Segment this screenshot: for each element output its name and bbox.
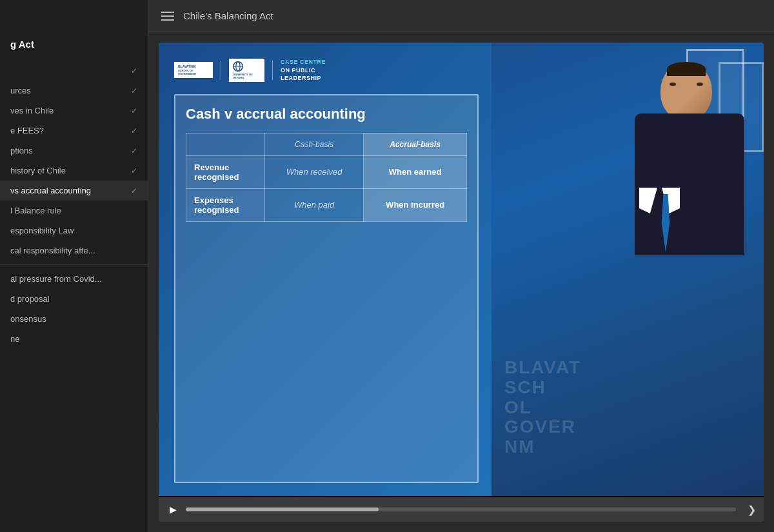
table-header-empty bbox=[186, 133, 265, 155]
sidebar: g Act ✓ urces ✓ ves in Chile ✓ e FEES? ✓… bbox=[0, 0, 148, 532]
table-cell-when-received: When received bbox=[264, 155, 364, 188]
sidebar-item-3[interactable]: ves in Chile ✓ bbox=[0, 101, 148, 121]
sidebar-item-2[interactable]: urces ✓ bbox=[0, 81, 148, 101]
table-cell-expenses-header: Expenses recognised bbox=[186, 188, 265, 221]
watermark-line2: SCH bbox=[504, 378, 581, 398]
slide-table-wrapper: Cash v accrual accounting Cash-basis Acc… bbox=[174, 94, 479, 483]
oxford-logo: UNIVERSITY OF OXFORD bbox=[229, 59, 264, 82]
sidebar-item-label: al pressure from Covid... bbox=[10, 274, 102, 284]
menu-button[interactable] bbox=[161, 12, 174, 21]
sidebar-item-7[interactable]: vs accrual accounting ✓ bbox=[0, 181, 148, 201]
sidebar-item-label: vs accrual accounting bbox=[10, 186, 91, 195]
sidebar-item-14[interactable]: onsensus bbox=[0, 309, 148, 329]
table-header-accrual: Accrual-basis bbox=[364, 133, 467, 155]
sidebar-item-1[interactable]: ✓ bbox=[0, 61, 148, 81]
sidebar-item-6[interactable]: history of Chile ✓ bbox=[0, 161, 148, 181]
sidebar-check-7: ✓ bbox=[131, 186, 137, 195]
presenter-head bbox=[660, 62, 712, 120]
watermark-line5: NM bbox=[504, 437, 581, 457]
sidebar-item-label: e FEES? bbox=[10, 126, 44, 135]
table-row-revenue: Revenue recognised When received When ea… bbox=[186, 155, 467, 188]
sidebar-item-13[interactable]: d proposal bbox=[0, 289, 148, 309]
presenter-area: BLAVAT SCH OL GOVER NM bbox=[491, 43, 764, 496]
table-cell-when-incurred: When incurred bbox=[364, 188, 467, 221]
watermark-line4: GOVER bbox=[504, 417, 581, 437]
sidebar-item-label: l Balance rule bbox=[10, 206, 61, 215]
blavatnik-logo: BLAVATNIK SCHOOL OF GOVERNMENT bbox=[174, 62, 213, 78]
sidebar-item-8[interactable]: l Balance rule bbox=[0, 201, 148, 221]
menu-line-2 bbox=[161, 15, 174, 17]
sidebar-item-label: onsensus bbox=[10, 314, 46, 324]
sidebar-item-4[interactable]: e FEES? ✓ bbox=[0, 121, 148, 141]
sidebar-check-2: ✓ bbox=[131, 86, 137, 95]
menu-line-3 bbox=[161, 19, 174, 21]
sidebar-item-label: cal responsibility afte... bbox=[10, 246, 95, 255]
sidebar-item-12[interactable]: al pressure from Covid... bbox=[0, 269, 148, 289]
sidebar-item-15[interactable]: ne bbox=[0, 329, 148, 349]
watermark-line1: BLAVAT bbox=[504, 358, 581, 378]
case-centre-logo-text: CASE CENTRE ON PUBLIC LEADERSHIP bbox=[281, 58, 326, 83]
sidebar-item-9[interactable]: esponsibility Law bbox=[0, 221, 148, 241]
presenter-collar-left bbox=[639, 188, 657, 213]
sidebar-check-3: ✓ bbox=[131, 106, 137, 115]
sidebar-title: g Act bbox=[0, 39, 148, 61]
sidebar-item-label: d proposal bbox=[10, 294, 50, 304]
table-header-cash: Cash-basis bbox=[264, 133, 364, 155]
progress-bar[interactable] bbox=[186, 507, 736, 511]
sidebar-divider-1 bbox=[0, 264, 148, 265]
presenter-body bbox=[635, 113, 744, 255]
topbar-title: Chile's Balancing Act bbox=[183, 10, 273, 21]
play-button[interactable]: ▶ bbox=[166, 504, 179, 515]
sidebar-item-label: ptions bbox=[10, 146, 33, 155]
topbar: Chile's Balancing Act bbox=[148, 0, 774, 32]
progress-fill bbox=[186, 507, 379, 511]
sidebar-item-label: ne bbox=[10, 334, 19, 344]
sidebar-item-5[interactable]: ptions ✓ bbox=[0, 141, 148, 161]
sidebar-check-6: ✓ bbox=[131, 166, 137, 175]
table-cell-when-earned: When earned bbox=[364, 155, 467, 188]
next-button[interactable]: ❯ bbox=[748, 504, 756, 516]
watermark: BLAVAT SCH OL GOVER NM bbox=[504, 358, 581, 457]
main-content: Chile's Balancing Act BLAVATNIK SCHOOL O… bbox=[148, 0, 774, 532]
sidebar-item-10[interactable]: cal responsibility afte... bbox=[0, 241, 148, 261]
video-controls: ▶ ❯ bbox=[159, 497, 764, 522]
sidebar-check-5: ✓ bbox=[131, 146, 137, 155]
sidebar-item-label: ves in Chile bbox=[10, 106, 54, 115]
table-cell-revenue-header: Revenue recognised bbox=[186, 155, 265, 188]
sidebar-item-label: history of Chile bbox=[10, 166, 66, 175]
sidebar-check-1: ✓ bbox=[131, 66, 137, 75]
video-player: BLAVATNIK SCHOOL OF GOVERNMENT UNIVERSIT… bbox=[159, 43, 764, 522]
watermark-line3: OL bbox=[504, 398, 581, 418]
table-cell-when-paid: When paid bbox=[264, 188, 364, 221]
menu-line-1 bbox=[161, 12, 174, 13]
slide-logo: BLAVATNIK SCHOOL OF GOVERNMENT UNIVERSIT… bbox=[174, 58, 479, 83]
sidebar-check-4: ✓ bbox=[131, 126, 137, 135]
slide-area: BLAVATNIK SCHOOL OF GOVERNMENT UNIVERSIT… bbox=[159, 43, 491, 496]
table-row-expenses: Expenses recognised When paid When incur… bbox=[186, 188, 467, 221]
accounting-table: Cash-basis Accrual-basis Revenue recogni… bbox=[186, 133, 467, 222]
sidebar-item-label: esponsibility Law bbox=[10, 226, 74, 235]
slide-heading: Cash v accrual accounting bbox=[186, 106, 467, 123]
sidebar-item-label: urces bbox=[10, 86, 31, 95]
